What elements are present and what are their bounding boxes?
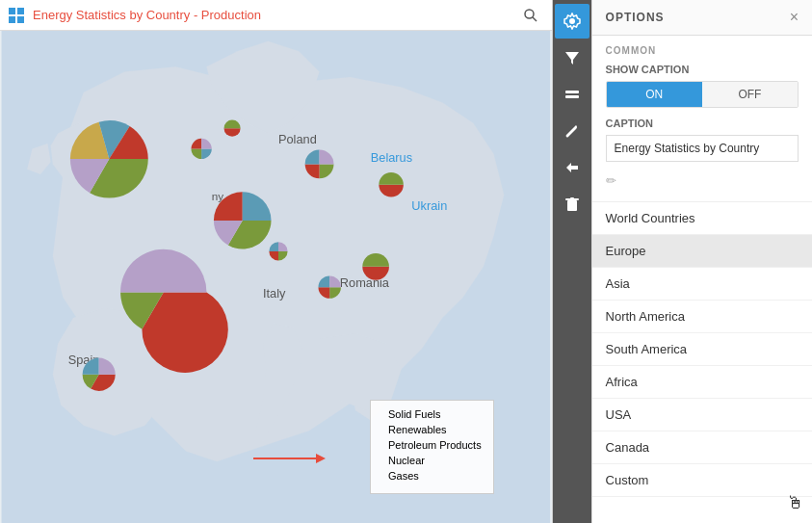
toggle-group: ON OFF (606, 81, 799, 108)
country-item-africa[interactable]: Africa (592, 366, 812, 399)
trash-button[interactable] (555, 187, 589, 222)
country-item-north-america[interactable]: North America (592, 301, 812, 333)
svg-rect-35 (565, 95, 579, 98)
caption-input[interactable] (606, 135, 799, 162)
country-item-asia[interactable]: Asia (592, 268, 812, 301)
grid-icon (8, 7, 25, 24)
search-button[interactable] (517, 2, 544, 29)
legend-item: Petroleum Products (382, 439, 482, 451)
options-title: OPTIONS (606, 11, 665, 24)
svg-rect-3 (17, 16, 24, 23)
svg-marker-31 (316, 454, 326, 463)
options-header: OPTIONS × (592, 0, 812, 36)
legend-label: Gases (388, 470, 419, 482)
svg-rect-38 (570, 197, 574, 199)
svg-rect-0 (9, 8, 15, 14)
svg-rect-2 (9, 16, 15, 23)
country-item-world[interactable]: World Countries (592, 202, 812, 235)
map-title-bar: Energy Statistics by Country - Productio… (0, 0, 552, 31)
caption-label: CAPTION (606, 118, 799, 129)
arrow-indicator (253, 452, 326, 465)
layers-button[interactable] (555, 77, 589, 112)
svg-text:Belarus: Belarus (371, 150, 412, 165)
legend-item: Renewables (382, 424, 482, 435)
svg-rect-1 (17, 8, 24, 14)
svg-point-4 (525, 10, 534, 18)
country-item-canada[interactable]: Canada (592, 431, 812, 464)
toolbar (553, 0, 591, 523)
map-title-main: Energy Statistics by Country (33, 8, 190, 22)
common-section-label: COMMON (606, 45, 799, 56)
pencil-icon[interactable]: ✏ (606, 173, 616, 188)
map-canvas[interactable]: Belarus Ukrain Italy Spain Romania Polan… (0, 31, 552, 523)
country-list[interactable]: World CountriesEuropeAsiaNorth AmericaSo… (592, 201, 812, 523)
legend-item: Solid Fuels (382, 408, 482, 420)
map-area: Energy Statistics by Country - Productio… (0, 0, 553, 523)
legend-label: Nuclear (388, 455, 425, 466)
filter-button[interactable] (555, 40, 589, 75)
toggle-on-button[interactable]: ON (607, 82, 702, 107)
legend-item: Gases (382, 470, 482, 482)
map-title-sep: - (190, 8, 201, 22)
map-title-left: Energy Statistics by Country - Productio… (8, 7, 261, 24)
show-caption-label: SHOW CAPTION (606, 64, 799, 75)
svg-text:Ukrain: Ukrain (411, 198, 447, 213)
legend-label: Solid Fuels (388, 408, 440, 420)
edit-icon-row: ✏ (606, 170, 799, 196)
country-item-south-america[interactable]: South America (592, 333, 812, 366)
svg-line-5 (533, 17, 537, 21)
svg-text:Italy: Italy (263, 286, 286, 301)
options-panel: OPTIONS × COMMON SHOW CAPTION ON OFF CAP… (591, 0, 812, 523)
country-item-usa[interactable]: USA (592, 399, 812, 431)
gear-button[interactable] (555, 4, 589, 39)
close-button[interactable]: × (790, 10, 799, 25)
country-item-custom[interactable]: Custom (592, 464, 812, 497)
legend-item: Nuclear (382, 455, 482, 466)
svg-text:ny: ny (212, 190, 224, 202)
legend-label: Renewables (388, 424, 447, 435)
svg-rect-36 (567, 200, 577, 211)
arrow-button[interactable] (555, 150, 589, 185)
wrench-button[interactable] (555, 114, 589, 148)
svg-marker-33 (565, 52, 579, 65)
map-legend: Solid FuelsRenewablesPetroleum ProductsN… (370, 400, 494, 494)
country-item-europe[interactable]: Europe (592, 235, 812, 268)
common-section: COMMON SHOW CAPTION ON OFF CAPTION ✏ (592, 36, 812, 201)
svg-point-32 (569, 18, 575, 24)
legend-label: Petroleum Products (388, 439, 482, 451)
toggle-off-button[interactable]: OFF (702, 82, 798, 107)
map-title-sub: Production (201, 8, 261, 22)
svg-rect-34 (565, 91, 579, 93)
svg-text:Poland: Poland (278, 132, 317, 146)
map-title-text: Energy Statistics by Country - Productio… (33, 8, 261, 22)
